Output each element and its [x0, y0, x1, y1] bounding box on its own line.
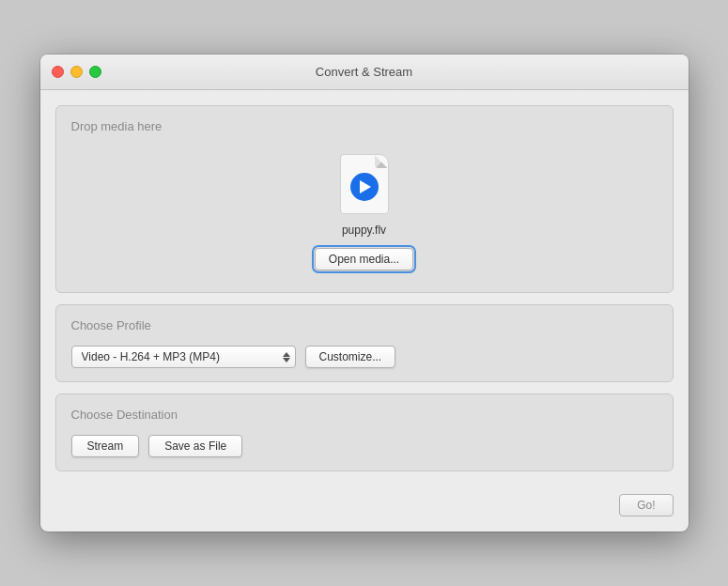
choose-destination-label: Choose Destination: [71, 408, 658, 422]
minimize-button[interactable]: [70, 66, 83, 78]
profile-controls: Video - H.264 + MP3 (MP4) Video - H.265 …: [71, 346, 658, 368]
close-button[interactable]: [52, 66, 64, 78]
window-content: Drop media here puppy.flv Open media... …: [40, 90, 689, 486]
file-icon-paper: [340, 154, 389, 214]
drop-media-section: Drop media here puppy.flv Open media...: [55, 105, 674, 293]
drop-media-label: Drop media here: [71, 119, 163, 133]
traffic-lights: [52, 66, 101, 78]
window-title: Convert & Stream: [316, 65, 412, 79]
media-area: puppy.flv Open media...: [315, 152, 413, 270]
profile-select-wrapper: Video - H.264 + MP3 (MP4) Video - H.265 …: [71, 346, 296, 368]
destination-buttons: Stream Save as File: [71, 435, 658, 457]
choose-profile-label: Choose Profile: [71, 318, 658, 332]
file-play-circle: [350, 173, 379, 201]
save-as-file-button[interactable]: Save as File: [148, 435, 242, 457]
file-icon: [338, 152, 391, 216]
maximize-button[interactable]: [89, 66, 101, 78]
profile-select[interactable]: Video - H.264 + MP3 (MP4) Video - H.265 …: [71, 346, 296, 368]
filename-label: puppy.flv: [342, 224, 386, 237]
choose-profile-section: Choose Profile Video - H.264 + MP3 (MP4)…: [55, 304, 674, 382]
bottom-bar: Go!: [40, 486, 689, 532]
go-button[interactable]: Go!: [619, 494, 673, 517]
play-triangle-icon: [360, 180, 371, 193]
open-media-button[interactable]: Open media...: [315, 248, 413, 270]
stream-button[interactable]: Stream: [71, 435, 140, 457]
customize-button[interactable]: Customize...: [305, 346, 396, 368]
titlebar: Convert & Stream: [40, 54, 689, 90]
main-window: Convert & Stream Drop media here puppy.f…: [40, 54, 689, 532]
choose-destination-section: Choose Destination Stream Save as File: [55, 393, 674, 471]
